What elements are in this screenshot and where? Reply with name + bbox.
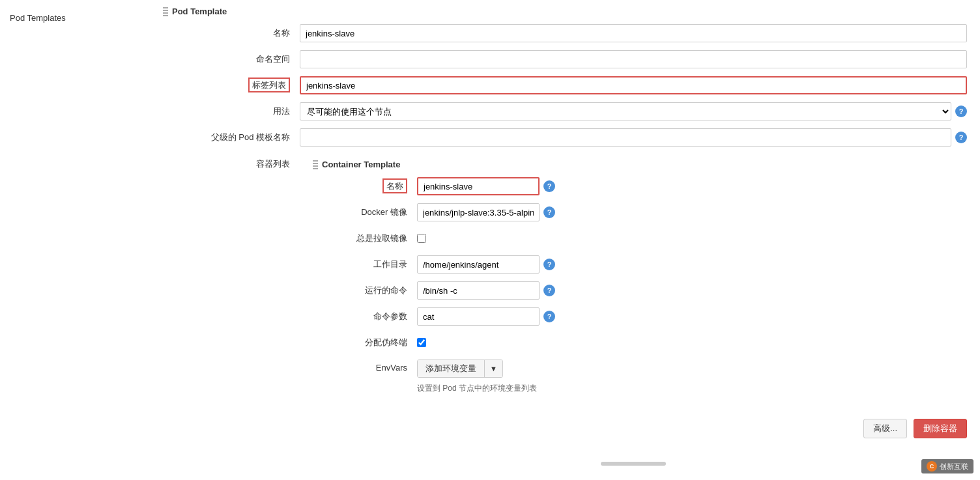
container-drag-handle[interactable] xyxy=(313,160,318,169)
usage-label: 用法 xyxy=(163,106,300,117)
usage-help-icon[interactable]: ? xyxy=(955,106,967,117)
container-name-label-wrap: 名称 xyxy=(313,180,417,192)
container-template-label: Container Template xyxy=(322,160,400,169)
action-buttons-area: 高级... 删除容器 xyxy=(300,419,967,438)
always-pull-row: 总是拉取镜像 xyxy=(313,229,555,247)
command-args-help-icon[interactable]: ? xyxy=(543,311,555,322)
command-help-icon[interactable]: ? xyxy=(543,285,555,296)
working-dir-row: 工作目录 ? xyxy=(313,255,555,274)
name-row: 名称 xyxy=(163,24,967,42)
container-name-help-icon[interactable]: ? xyxy=(543,180,555,192)
parent-pod-row: 父级的 Pod 模板名称 ? xyxy=(163,128,967,147)
command-row: 运行的命令 ? xyxy=(313,281,555,300)
namespace-label: 命名空间 xyxy=(163,53,300,65)
pod-template-header: Pod Template xyxy=(163,7,967,16)
parent-pod-label: 父级的 Pod 模板名称 xyxy=(163,132,300,143)
container-name-input[interactable] xyxy=(417,177,540,195)
sidebar-title: Pod Templates xyxy=(0,7,150,29)
allocate-tty-checkbox[interactable] xyxy=(417,338,426,347)
docker-image-help-icon[interactable]: ? xyxy=(543,206,555,218)
container-template-section: Container Template 名称 ? D xyxy=(313,160,555,402)
working-dir-input[interactable] xyxy=(417,255,540,274)
envvars-label: EnvVars xyxy=(313,360,417,374)
label-list-input[interactable] xyxy=(300,76,967,94)
docker-image-row: Docker 镜像 ? xyxy=(313,203,555,221)
always-pull-label: 总是拉取镜像 xyxy=(313,233,417,244)
name-input[interactable] xyxy=(300,24,967,42)
watermark-brand: 创新互联 xyxy=(940,462,968,472)
parent-pod-input[interactable] xyxy=(300,128,951,147)
scroll-indicator xyxy=(601,462,666,466)
container-name-label: 名称 xyxy=(382,178,407,193)
watermark-icon: C xyxy=(927,461,937,472)
usage-row: 用法 尽可能的使用这个节点 只允许运行绑定到这台机器的Job ? xyxy=(163,102,967,120)
label-list-row: 标签列表 xyxy=(163,76,967,94)
command-args-label: 命令参数 xyxy=(313,311,417,322)
docker-image-input[interactable] xyxy=(417,203,540,221)
envvars-note: 设置到 Pod 节点中的环境变量列表 xyxy=(417,383,537,394)
delete-container-button[interactable]: 删除容器 xyxy=(914,419,967,438)
working-dir-help-icon[interactable]: ? xyxy=(543,259,555,270)
command-args-input[interactable] xyxy=(417,307,540,326)
command-args-row: 命令参数 ? xyxy=(313,307,555,326)
advanced-button[interactable]: 高级... xyxy=(863,419,907,438)
allocate-tty-row: 分配伪终端 xyxy=(313,333,555,352)
container-name-row: 名称 ? xyxy=(313,177,555,195)
docker-image-label: Docker 镜像 xyxy=(313,206,417,218)
namespace-row: 命名空间 xyxy=(163,50,967,68)
add-envvar-button[interactable]: 添加环境变量 xyxy=(418,360,484,377)
container-template-header: Container Template xyxy=(313,160,555,169)
allocate-tty-label: 分配伪终端 xyxy=(313,337,417,348)
watermark: C 创新互联 xyxy=(921,459,973,473)
add-envvar-dropdown-button[interactable]: ▼ xyxy=(484,360,502,377)
command-label: 运行的命令 xyxy=(313,285,417,296)
container-list-label: 容器列表 xyxy=(163,154,300,170)
label-list-label: 标签列表 xyxy=(248,78,290,92)
envvars-row: EnvVars 添加环境变量 ▼ 设置到 Pod 节点中的环境变量列表 xyxy=(313,360,555,394)
drag-handle[interactable] xyxy=(163,7,168,16)
usage-select[interactable]: 尽可能的使用这个节点 只允许运行绑定到这台机器的Job xyxy=(300,102,951,120)
add-envvar-button-group[interactable]: 添加环境变量 ▼ xyxy=(417,360,503,378)
namespace-input[interactable] xyxy=(300,50,967,68)
container-list-row: 容器列表 Container Template 名称 xyxy=(163,154,967,466)
always-pull-checkbox[interactable] xyxy=(417,234,426,243)
command-input[interactable] xyxy=(417,281,540,300)
label-list-label-wrap: 标签列表 xyxy=(163,79,300,91)
pod-template-label: Pod Template xyxy=(172,7,227,16)
parent-pod-help-icon[interactable]: ? xyxy=(955,132,967,143)
name-label: 名称 xyxy=(163,27,300,39)
working-dir-label: 工作目录 xyxy=(313,259,417,270)
